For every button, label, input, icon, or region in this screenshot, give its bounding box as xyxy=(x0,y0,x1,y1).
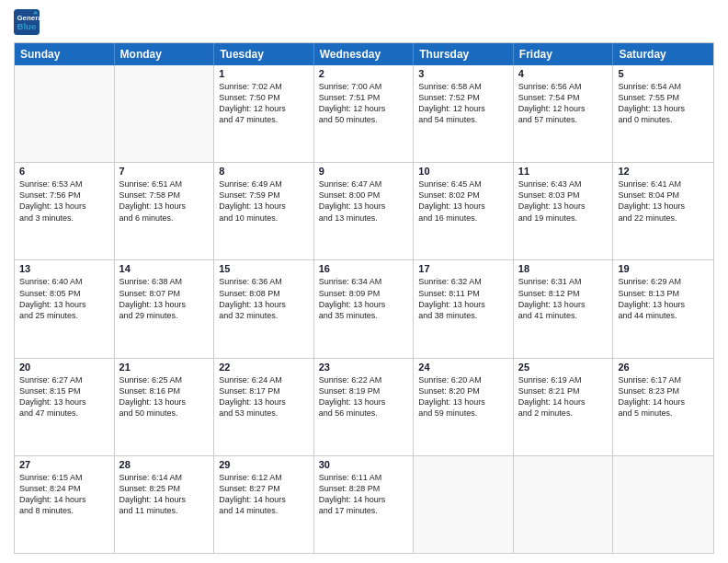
cal-cell-8: 8Sunrise: 6:49 AM Sunset: 7:59 PM Daylig… xyxy=(214,163,314,259)
cell-text: Sunrise: 6:22 AM Sunset: 8:19 PM Dayligh… xyxy=(319,374,409,419)
day-number: 7 xyxy=(119,166,210,177)
cal-header-wednesday: Wednesday xyxy=(314,43,415,65)
cell-text: Sunrise: 6:17 AM Sunset: 8:23 PM Dayligh… xyxy=(618,374,709,419)
cell-text: Sunrise: 6:27 AM Sunset: 8:15 PM Dayligh… xyxy=(19,374,109,419)
cal-cell-empty-4-6 xyxy=(613,456,713,553)
day-number: 4 xyxy=(518,68,609,79)
cal-header-friday: Friday xyxy=(514,43,614,65)
cell-text: Sunrise: 6:49 AM Sunset: 7:59 PM Dayligh… xyxy=(219,178,309,224)
cal-cell-11: 11Sunrise: 6:43 AM Sunset: 8:03 PM Dayli… xyxy=(514,163,614,259)
day-number: 25 xyxy=(518,362,609,373)
cal-cell-20: 20Sunrise: 6:27 AM Sunset: 8:15 PM Dayli… xyxy=(15,359,115,455)
cal-cell-24: 24Sunrise: 6:20 AM Sunset: 8:20 PM Dayli… xyxy=(414,359,514,455)
cell-text: Sunrise: 6:19 AM Sunset: 8:21 PM Dayligh… xyxy=(518,374,609,419)
day-number: 28 xyxy=(119,459,210,470)
day-number: 24 xyxy=(418,362,508,373)
day-number: 16 xyxy=(319,263,409,274)
cal-cell-4: 4Sunrise: 6:56 AM Sunset: 7:54 PM Daylig… xyxy=(514,65,614,162)
cell-text: Sunrise: 6:56 AM Sunset: 7:54 PM Dayligh… xyxy=(518,81,609,126)
cell-text: Sunrise: 6:11 AM Sunset: 8:28 PM Dayligh… xyxy=(319,472,409,517)
cal-cell-3: 3Sunrise: 6:58 AM Sunset: 7:52 PM Daylig… xyxy=(414,65,514,162)
cal-row-3: 20Sunrise: 6:27 AM Sunset: 8:15 PM Dayli… xyxy=(15,358,713,455)
cell-text: Sunrise: 6:20 AM Sunset: 8:20 PM Dayligh… xyxy=(418,374,508,419)
day-number: 1 xyxy=(219,68,309,79)
logo-icon: General Blue xyxy=(14,9,40,35)
day-number: 23 xyxy=(319,362,409,373)
cell-text: Sunrise: 6:34 AM Sunset: 8:09 PM Dayligh… xyxy=(319,276,409,321)
day-number: 14 xyxy=(119,263,210,274)
cal-cell-28: 28Sunrise: 6:14 AM Sunset: 8:25 PM Dayli… xyxy=(115,456,215,553)
day-number: 29 xyxy=(219,459,309,470)
day-number: 8 xyxy=(219,166,309,177)
cal-cell-16: 16Sunrise: 6:34 AM Sunset: 8:09 PM Dayli… xyxy=(314,260,415,357)
cell-text: Sunrise: 6:15 AM Sunset: 8:24 PM Dayligh… xyxy=(19,472,109,517)
cal-cell-empty-0-1 xyxy=(115,65,215,162)
day-number: 13 xyxy=(19,263,109,274)
cell-text: Sunrise: 6:36 AM Sunset: 8:08 PM Dayligh… xyxy=(219,276,309,321)
cal-header-sunday: Sunday xyxy=(15,43,115,65)
cal-row-0: 1Sunrise: 7:02 AM Sunset: 7:50 PM Daylig… xyxy=(15,65,713,162)
cal-cell-empty-4-5 xyxy=(514,456,614,553)
cell-text: Sunrise: 6:14 AM Sunset: 8:25 PM Dayligh… xyxy=(119,472,210,517)
cal-cell-10: 10Sunrise: 6:45 AM Sunset: 8:02 PM Dayli… xyxy=(414,163,514,259)
cell-text: Sunrise: 6:53 AM Sunset: 7:56 PM Dayligh… xyxy=(19,178,109,224)
day-number: 2 xyxy=(319,68,409,79)
cell-text: Sunrise: 6:38 AM Sunset: 8:07 PM Dayligh… xyxy=(119,276,210,321)
day-number: 12 xyxy=(618,166,709,177)
day-number: 3 xyxy=(418,68,508,79)
cal-header-tuesday: Tuesday xyxy=(214,43,314,65)
day-number: 5 xyxy=(618,68,709,79)
cell-text: Sunrise: 6:25 AM Sunset: 8:16 PM Dayligh… xyxy=(119,374,210,419)
cell-text: Sunrise: 6:40 AM Sunset: 8:05 PM Dayligh… xyxy=(19,276,109,321)
cal-cell-13: 13Sunrise: 6:40 AM Sunset: 8:05 PM Dayli… xyxy=(15,260,115,357)
cal-cell-9: 9Sunrise: 6:47 AM Sunset: 8:00 PM Daylig… xyxy=(314,163,415,259)
cell-text: Sunrise: 6:29 AM Sunset: 8:13 PM Dayligh… xyxy=(618,276,709,321)
cell-text: Sunrise: 6:47 AM Sunset: 8:00 PM Dayligh… xyxy=(319,178,409,224)
day-number: 30 xyxy=(319,459,409,470)
cell-text: Sunrise: 6:31 AM Sunset: 8:12 PM Dayligh… xyxy=(518,276,609,321)
cal-cell-empty-0-0 xyxy=(15,65,115,162)
cal-header-thursday: Thursday xyxy=(414,43,514,65)
cal-cell-5: 5Sunrise: 6:54 AM Sunset: 7:55 PM Daylig… xyxy=(613,65,713,162)
cal-cell-2: 2Sunrise: 7:00 AM Sunset: 7:51 PM Daylig… xyxy=(314,65,415,162)
cal-cell-22: 22Sunrise: 6:24 AM Sunset: 8:17 PM Dayli… xyxy=(214,359,314,455)
cal-cell-27: 27Sunrise: 6:15 AM Sunset: 8:24 PM Dayli… xyxy=(15,456,115,553)
calendar-body: 1Sunrise: 7:02 AM Sunset: 7:50 PM Daylig… xyxy=(15,65,713,553)
cal-cell-26: 26Sunrise: 6:17 AM Sunset: 8:23 PM Dayli… xyxy=(613,359,713,455)
cal-cell-empty-4-4 xyxy=(414,456,514,553)
cell-text: Sunrise: 6:54 AM Sunset: 7:55 PM Dayligh… xyxy=(618,81,709,126)
logo: General Blue xyxy=(14,9,43,35)
cell-text: Sunrise: 6:43 AM Sunset: 8:03 PM Dayligh… xyxy=(518,178,609,224)
cell-text: Sunrise: 6:58 AM Sunset: 7:52 PM Dayligh… xyxy=(418,81,508,126)
cal-cell-29: 29Sunrise: 6:12 AM Sunset: 8:27 PM Dayli… xyxy=(214,456,314,553)
page: General Blue SundayMondayTuesdayWednesda… xyxy=(0,0,728,563)
svg-text:Blue: Blue xyxy=(17,21,37,31)
day-number: 27 xyxy=(19,459,109,470)
cal-cell-1: 1Sunrise: 7:02 AM Sunset: 7:50 PM Daylig… xyxy=(214,65,314,162)
cal-cell-12: 12Sunrise: 6:41 AM Sunset: 8:04 PM Dayli… xyxy=(613,163,713,259)
header: General Blue xyxy=(14,9,714,35)
cal-row-4: 27Sunrise: 6:15 AM Sunset: 8:24 PM Dayli… xyxy=(15,455,713,553)
day-number: 9 xyxy=(319,166,409,177)
calendar: SundayMondayTuesdayWednesdayThursdayFrid… xyxy=(14,42,714,554)
day-number: 19 xyxy=(618,263,709,274)
cal-cell-14: 14Sunrise: 6:38 AM Sunset: 8:07 PM Dayli… xyxy=(115,260,215,357)
cal-cell-15: 15Sunrise: 6:36 AM Sunset: 8:08 PM Dayli… xyxy=(214,260,314,357)
cal-row-2: 13Sunrise: 6:40 AM Sunset: 8:05 PM Dayli… xyxy=(15,259,713,357)
day-number: 17 xyxy=(418,263,508,274)
day-number: 15 xyxy=(219,263,309,274)
cell-text: Sunrise: 6:51 AM Sunset: 7:58 PM Dayligh… xyxy=(119,178,210,224)
day-number: 22 xyxy=(219,362,309,373)
day-number: 10 xyxy=(418,166,508,177)
cal-cell-23: 23Sunrise: 6:22 AM Sunset: 8:19 PM Dayli… xyxy=(314,359,415,455)
day-number: 6 xyxy=(19,166,109,177)
cell-text: Sunrise: 7:02 AM Sunset: 7:50 PM Dayligh… xyxy=(219,81,309,126)
cal-cell-18: 18Sunrise: 6:31 AM Sunset: 8:12 PM Dayli… xyxy=(514,260,614,357)
cell-text: Sunrise: 6:12 AM Sunset: 8:27 PM Dayligh… xyxy=(219,472,309,517)
cal-cell-21: 21Sunrise: 6:25 AM Sunset: 8:16 PM Dayli… xyxy=(115,359,215,455)
day-number: 21 xyxy=(119,362,210,373)
cal-header-monday: Monday xyxy=(115,43,215,65)
cal-row-1: 6Sunrise: 6:53 AM Sunset: 7:56 PM Daylig… xyxy=(15,162,713,259)
cell-text: Sunrise: 6:45 AM Sunset: 8:02 PM Dayligh… xyxy=(418,178,508,224)
cal-cell-30: 30Sunrise: 6:11 AM Sunset: 8:28 PM Dayli… xyxy=(314,456,415,553)
